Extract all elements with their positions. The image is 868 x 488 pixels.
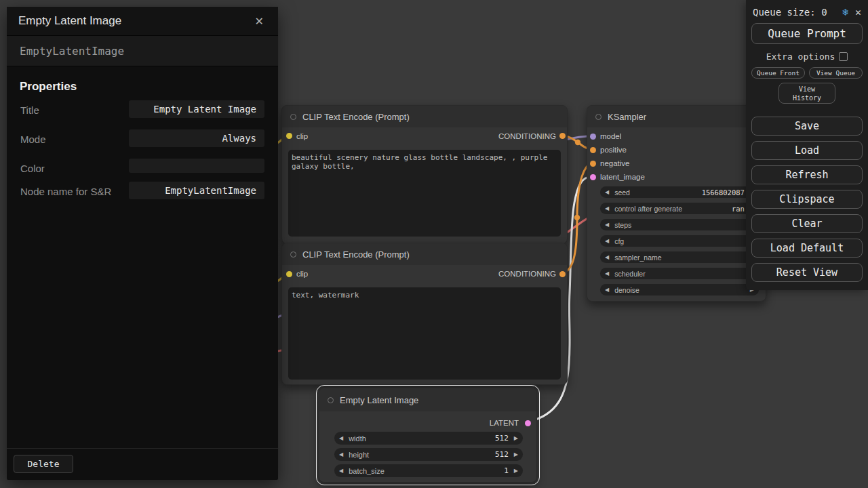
comfy-menu: Queue size: 0 ❄ ✕ Queue Prompt Extra opt… [746, 0, 868, 290]
clip-input-label: clip [296, 132, 308, 140]
queue-prompt-button[interactable]: Queue Prompt [751, 23, 863, 44]
decrement-arrow-icon[interactable]: ◀ [339, 436, 343, 441]
clip-input-socket[interactable] [286, 133, 292, 139]
mode-field-input[interactable] [129, 129, 264, 147]
widget-value: 512 [495, 450, 509, 459]
conditioning-output-socket[interactable] [559, 271, 566, 277]
decrement-arrow-icon[interactable]: ◀ [339, 452, 343, 458]
panel-divider [7, 448, 278, 449]
clear-button[interactable]: Clear [751, 214, 863, 233]
node-clip-text-encode-negative[interactable]: CLIP Text Encode (Prompt) clip CONDITION… [281, 243, 568, 385]
decrement-arrow-icon[interactable]: ◀ [605, 255, 609, 260]
decrement-arrow-icon[interactable]: ◀ [605, 287, 609, 293]
negative-input-socket[interactable] [590, 161, 596, 167]
decrement-arrow-icon[interactable]: ◀ [605, 239, 609, 244]
node-empty-latent-image[interactable]: Empty Latent Image LATENT ◀ width 512 ▶ … [319, 388, 537, 483]
decrement-arrow-icon[interactable]: ◀ [605, 206, 609, 211]
close-icon[interactable]: ✕ [252, 14, 267, 29]
batch-size-widget[interactable]: ◀ batch_size 1 ▶ [334, 464, 523, 477]
decrement-arrow-icon[interactable]: ◀ [605, 222, 609, 228]
clipspace-button[interactable]: Clipspace [751, 190, 863, 209]
decrement-arrow-icon[interactable]: ◀ [605, 190, 609, 195]
steps-widget[interactable]: ◀ steps ▶ [600, 219, 759, 230]
widget-label: scheduler [614, 270, 646, 278]
sampler-name-widget[interactable]: ◀ sampler_name ▶ [600, 251, 759, 263]
queue-front-button[interactable]: Queue Front [751, 67, 805, 79]
latent-output-socket[interactable] [525, 420, 531, 426]
node-clip-text-encode-positive[interactable]: CLIP Text Encode (Prompt) clip CONDITION… [281, 105, 568, 244]
extra-options-label: Extra options [766, 52, 835, 62]
conditioning-output-label: CONDITIONING [498, 270, 556, 278]
view-history-button[interactable]: View History [778, 83, 835, 104]
widget-label: steps [614, 221, 631, 229]
negative-input-label: negative [600, 159, 629, 167]
delete-node-button[interactable]: Delete [14, 455, 73, 473]
menu-header[interactable]: Queue size: 0 ❄ ✕ [751, 5, 863, 23]
title-field-input[interactable] [129, 100, 264, 118]
wire-junction-dot [574, 215, 580, 220]
model-input-label: model [600, 132, 621, 140]
seed-widget[interactable]: ◀ seed 1566802087 ▶ [600, 186, 759, 198]
increment-arrow-icon[interactable]: ▶ [514, 468, 518, 474]
latent-output-label: LATENT [490, 419, 519, 427]
prompt-text-widget[interactable]: text, watermark [288, 287, 561, 380]
prompt-text-widget[interactable]: beautiful scenery nature glass bottle la… [288, 150, 561, 237]
widget-value: 1 [504, 466, 509, 475]
widget-value: 512 [495, 434, 509, 443]
node-title: Empty Latent Image [340, 395, 418, 405]
height-widget[interactable]: ◀ height 512 ▶ [334, 448, 523, 461]
properties-section-title: Properties [20, 80, 77, 94]
increment-arrow-icon[interactable]: ▶ [514, 452, 518, 458]
node-header[interactable]: KSampler [587, 106, 766, 127]
decrement-arrow-icon[interactable]: ◀ [605, 271, 609, 277]
positive-input-label: positive [600, 146, 627, 154]
widget-label: control after generate [614, 205, 682, 213]
widget-label: width [349, 434, 366, 443]
collapse-dot-icon[interactable] [290, 114, 296, 120]
panel-title: Empty Latent Image [18, 14, 121, 28]
panel-node-type: EmptyLatentImage [7, 35, 278, 66]
extra-options-checkbox[interactable] [839, 52, 848, 61]
node-title: CLIP Text Encode (Prompt) [302, 249, 410, 260]
refresh-button[interactable]: Refresh [751, 165, 863, 184]
scheduler-widget[interactable]: ◀ scheduler ▶ [600, 268, 759, 279]
node-header[interactable]: CLIP Text Encode (Prompt) [282, 106, 567, 127]
collapse-dot-icon[interactable] [290, 251, 296, 258]
queue-size-label: Queue size: 0 [753, 7, 827, 18]
collapse-dot-icon[interactable] [328, 397, 334, 403]
settings-snowflake-icon[interactable]: ❄ [842, 7, 848, 18]
panel-titlebar: Empty Latent Image ✕ [7, 7, 278, 35]
close-icon[interactable]: ✕ [855, 7, 861, 18]
control-after-generate-widget[interactable]: ◀ control after generate ran ▶ [600, 203, 759, 214]
cfg-widget[interactable]: ◀ cfg ▶ [600, 235, 759, 247]
denoise-widget[interactable]: ◀ denoise ▶ [600, 284, 759, 296]
clip-input-socket[interactable] [286, 271, 292, 277]
latent-image-input-socket[interactable] [590, 174, 596, 180]
latent-image-input-label: latent_image [600, 173, 645, 181]
color-field-label: Color [20, 161, 122, 176]
load-button[interactable]: Load [751, 141, 863, 160]
node-header[interactable]: Empty Latent Image [319, 388, 536, 411]
node-ksampler[interactable]: KSampler model positive negative latent_… [587, 105, 766, 302]
node-header[interactable]: CLIP Text Encode (Prompt) [282, 243, 567, 265]
widget-label: height [349, 451, 369, 459]
load-default-button[interactable]: Load Default [751, 239, 863, 258]
title-field-label: Title [20, 103, 122, 117]
decrement-arrow-icon[interactable]: ◀ [339, 468, 343, 474]
collapse-dot-icon[interactable] [595, 114, 601, 120]
conditioning-output-socket[interactable] [559, 133, 566, 139]
node-name-field-input[interactable] [129, 182, 264, 199]
save-button[interactable]: Save [751, 117, 863, 136]
widget-label: denoise [614, 286, 639, 294]
clip-input-label: clip [296, 270, 308, 278]
model-input-socket[interactable] [590, 134, 596, 140]
width-widget[interactable]: ◀ width 512 ▶ [334, 432, 523, 445]
positive-input-socket[interactable] [590, 147, 596, 153]
node-name-field-label: Node name for S&R [20, 184, 122, 199]
reset-view-button[interactable]: Reset View [751, 263, 863, 282]
color-field-input[interactable] [129, 159, 264, 173]
increment-arrow-icon[interactable]: ▶ [514, 436, 518, 441]
conditioning-output-label: CONDITIONING [498, 132, 556, 140]
widget-value: 1566802087 [702, 188, 745, 197]
view-queue-button[interactable]: View Queue [809, 67, 863, 79]
